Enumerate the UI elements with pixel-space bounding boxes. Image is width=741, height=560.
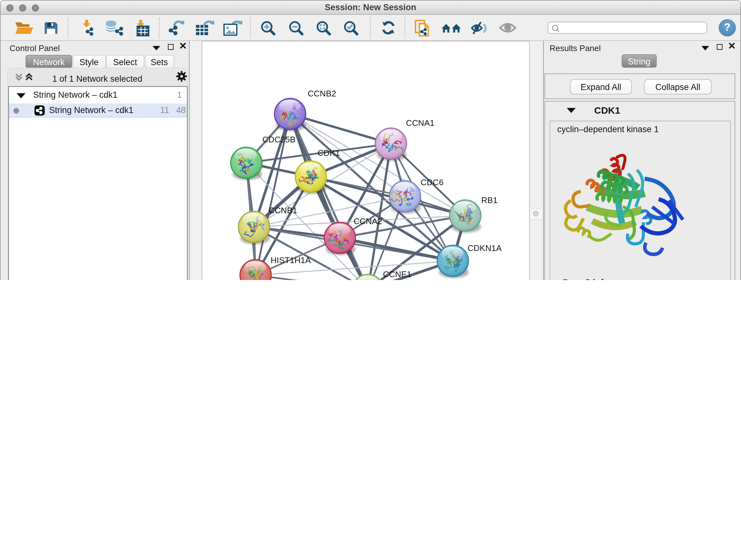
svg-text:CCNE1: CCNE1 — [383, 269, 411, 279]
svg-text:CDC25B: CDC25B — [262, 135, 295, 144]
svg-text:CCNA2: CCNA2 — [354, 216, 382, 226]
svg-text:CDC6: CDC6 — [421, 178, 444, 187]
svg-text:CCNB2: CCNB2 — [308, 89, 336, 98]
svg-text:HIST1H1A: HIST1H1A — [271, 255, 311, 265]
svg-text:CCNA1: CCNA1 — [406, 118, 434, 128]
svg-text:CDK1: CDK1 — [318, 148, 340, 158]
svg-text:CCNB1: CCNB1 — [269, 206, 297, 215]
svg-text:CDKN1A: CDKN1A — [468, 243, 502, 253]
svg-text:RB1: RB1 — [481, 195, 497, 205]
